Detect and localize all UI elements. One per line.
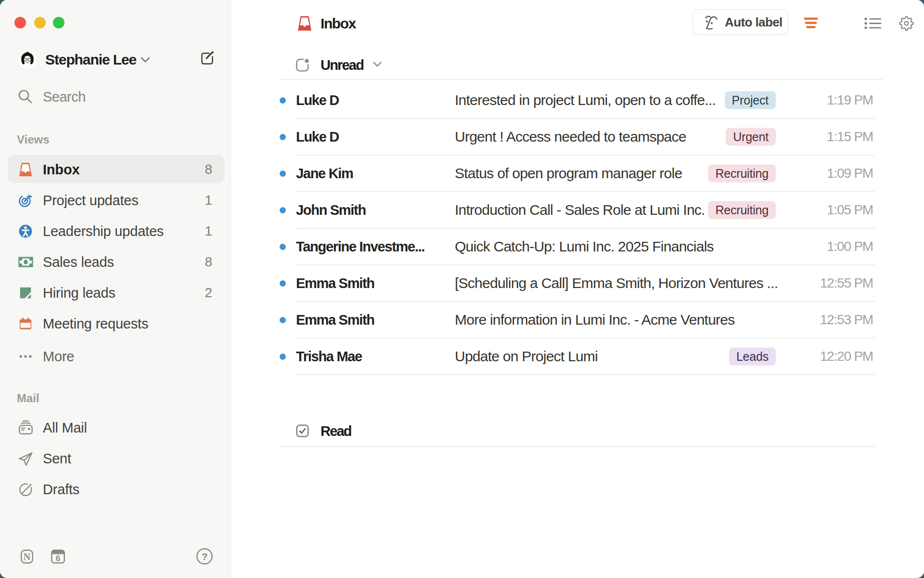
svg-text:N: N [24, 552, 31, 562]
svg-text:?: ? [202, 551, 208, 562]
svg-text:6: 6 [56, 554, 60, 563]
